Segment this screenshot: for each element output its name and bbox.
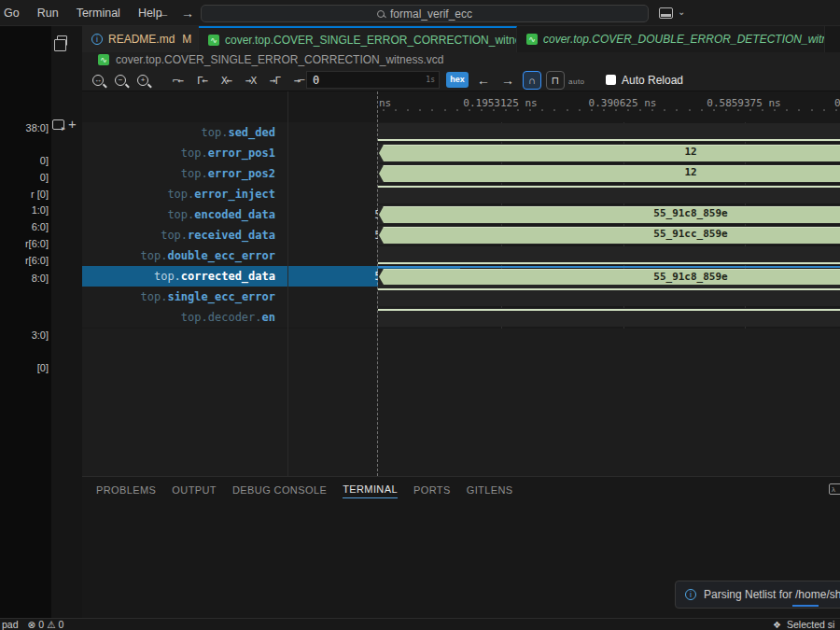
panel-tab-terminal[interactable]: TERMINAL: [343, 483, 398, 498]
signal-row-error_pos1[interactable]: top.error_pos11212: [82, 143, 840, 163]
nav-forward-button[interactable]: →: [181, 6, 194, 21]
bus-value-bar: [379, 227, 840, 244]
signal-waveform[interactable]: 55_91c8_859e: [378, 204, 840, 225]
ruler-tick-dot: [553, 109, 555, 111]
netlist-fragment: 6:0]: [0, 221, 49, 232]
signal-row-error_pos2[interactable]: top.error_pos21212: [82, 163, 840, 184]
auto-label: auto: [568, 77, 585, 86]
next-time-button[interactable]: →: [501, 73, 514, 88]
error-icon: ⊗: [28, 619, 36, 630]
nav-back-button[interactable]: ←: [157, 6, 170, 21]
signal-waveform[interactable]: 12: [378, 143, 840, 163]
menu-go[interactable]: Go: [4, 7, 20, 20]
prev-rising-edge-icon[interactable]: Γ←: [197, 75, 207, 87]
panel-tab-ports[interactable]: PORTS: [413, 484, 451, 498]
panel-tab-bar: PROBLEMSOUTPUTDEBUG CONSOLETERMINALPORTS…: [96, 481, 513, 501]
time-input[interactable]: 0 1s: [306, 71, 440, 89]
signal-name[interactable]: top.received_data: [82, 225, 287, 245]
notification-toast[interactable]: i Parsing Netlist for /home/shash: [675, 581, 840, 609]
bus-value-bar: [379, 269, 840, 285]
signal-row-received_data[interactable]: top.received_data55_91cc_859e55_91cc_859…: [82, 225, 840, 245]
time-cursor[interactable]: [377, 91, 378, 476]
panel-tab-output[interactable]: OUTPUT: [172, 484, 217, 498]
ruler-tick-dot: [725, 109, 727, 111]
signal-label: en: [262, 311, 275, 324]
prev-falling-edge-icon[interactable]: ⌐←: [173, 75, 183, 87]
tab-readme-0[interactable]: iREADME.mdM: [82, 26, 199, 52]
warning-count: 0: [59, 619, 64, 630]
waveform-row-band: [378, 185, 840, 203]
hex-format-button[interactable]: hex: [446, 72, 469, 88]
bus-value-bar: [379, 145, 840, 161]
signal-name[interactable]: top.decoder.en: [82, 307, 287, 328]
signal-waveform[interactable]: [378, 184, 840, 204]
ruler-unit-label: ns: [379, 97, 391, 109]
auto-reload-checkbox[interactable]: [606, 75, 616, 85]
plus-icon[interactable]: +: [68, 116, 77, 132]
signal-row-single_ecc_error[interactable]: top.single_ecc_error1: [82, 287, 840, 307]
chevron-down-icon[interactable]: ⌄: [678, 7, 685, 17]
ruler-tick-dot: [407, 109, 409, 111]
signal-row-corrected_data[interactable]: top.corrected_data55_91c8_859e55_91c8_85…: [82, 266, 840, 287]
add-selection-icon[interactable]: [52, 119, 64, 130]
menu-run[interactable]: Run: [37, 7, 59, 20]
panel-tab-gitlens[interactable]: GITLENS: [467, 484, 513, 498]
terminal-profile-icon[interactable]: λ: [829, 483, 840, 495]
signal-scope: top.: [181, 147, 208, 160]
panel-tab-problems[interactable]: PROBLEMS: [96, 484, 156, 498]
signal-row-sed_ded[interactable]: top.sed_ded0: [82, 122, 840, 143]
zoom-in-icon[interactable]: +: [137, 75, 148, 86]
signal-name[interactable]: top.error_pos2: [82, 163, 287, 184]
signal-waveform[interactable]: [378, 307, 840, 328]
statusbar-left-fragment[interactable]: pad: [2, 619, 19, 630]
signal-waveform[interactable]: 55_91c8_859e: [378, 266, 840, 287]
statusbar-right-item[interactable]: ❖ Selected si: [773, 619, 834, 630]
signal-name[interactable]: top.sed_ded: [82, 122, 287, 143]
auto-reload-label: Auto Reload: [622, 74, 683, 87]
waveform-canvas[interactable]: top.sed_ded0top.error_pos11212top.error_…: [82, 122, 840, 329]
signal-waveform[interactable]: [378, 122, 840, 143]
notification-message: Parsing Netlist for /home/shash: [704, 588, 840, 601]
zoom-fit-icon[interactable]: ↔: [92, 75, 104, 86]
search-icon: [377, 10, 385, 18]
menu-terminal[interactable]: Terminal: [77, 7, 120, 20]
signal-waveform[interactable]: 12: [378, 163, 840, 184]
customize-layout-icon[interactable]: [659, 7, 673, 19]
name-value-divider[interactable]: [287, 91, 288, 476]
binary-render-toggle[interactable]: ∩: [523, 71, 541, 90]
ruler-tick-dot: [541, 109, 543, 111]
ruler-tick-dot: [676, 109, 678, 111]
signal-waveform[interactable]: [378, 287, 840, 307]
problems-status[interactable]: ⊗ 0 ⚠ 0: [28, 619, 64, 630]
prev-transition-icon[interactable]: X←: [221, 75, 231, 87]
tab-cover-1[interactable]: ∿cover.top.COVER_SINGLE_ERROR_CORRECTION…: [199, 26, 517, 52]
signal-row-error_inject[interactable]: top.error_inject1: [82, 184, 840, 204]
signal-waveform[interactable]: [378, 245, 840, 266]
breadcrumb[interactable]: ∿ cover.top.COVER_SINGLE_ERROR_CORRECTIO…: [82, 52, 840, 67]
next-transition-icon[interactable]: →X: [245, 75, 256, 87]
signal-name[interactable]: top.error_inject: [82, 184, 287, 204]
command-center-search[interactable]: formal_verif_ecc: [201, 5, 649, 22]
prev-time-button[interactable]: ←: [477, 73, 490, 88]
signal-name[interactable]: top.single_ecc_error: [82, 287, 287, 307]
signal-name[interactable]: top.error_pos1: [82, 143, 287, 163]
signal-row-en[interactable]: top.decoder.en1: [82, 307, 840, 328]
signal-row-double_ecc_error[interactable]: top.double_ecc_error0: [82, 245, 840, 266]
panel-tab-debug-console[interactable]: DEBUG CONSOLE: [232, 484, 327, 498]
time-format-label: 1s: [426, 76, 435, 84]
signal-waveform[interactable]: 55_91cc_859e: [378, 225, 840, 245]
tab-cover-2[interactable]: ∿cover.top.COVER_DOUBLE_ERROR_DETECTION_…: [517, 26, 825, 52]
signal-label: error_pos2: [208, 167, 275, 180]
signal-row-encoded_data[interactable]: top.encoded_data55_91c8_859e55_91c8_859e: [82, 204, 840, 225]
signal-name[interactable]: top.double_ecc_error: [82, 245, 287, 266]
signal-name[interactable]: top.encoded_data: [82, 204, 287, 225]
next-falling-edge-icon[interactable]: →⌐: [294, 75, 304, 87]
signal-name[interactable]: top.corrected_data: [82, 266, 287, 287]
next-rising-edge-icon[interactable]: →Γ: [270, 75, 280, 87]
zoom-out-icon[interactable]: −: [115, 75, 126, 86]
bus-render-toggle[interactable]: ⊓: [546, 71, 565, 90]
ruler-tick-dot: [627, 109, 629, 111]
open-editors-icon[interactable]: [57, 35, 67, 46]
ruler-tick-dot: [835, 109, 837, 111]
timeline-ruler[interactable]: ns0.1953125 ns0.390625 ns0.5859375 ns0.7…: [82, 91, 840, 122]
